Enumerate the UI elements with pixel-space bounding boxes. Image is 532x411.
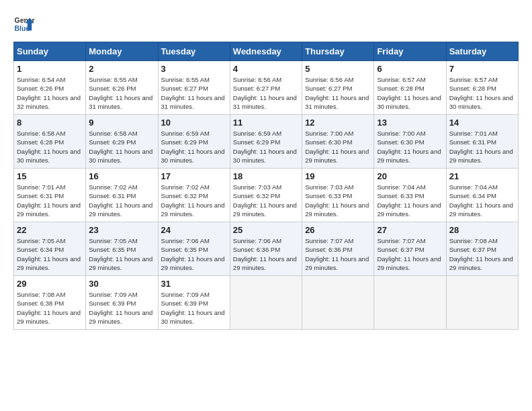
calendar-cell: 2Sunrise: 6:55 AMSunset: 6:26 PMDaylight… — [86, 61, 158, 115]
day-number: 24 — [161, 225, 227, 235]
calendar-cell: 11Sunrise: 6:59 AMSunset: 6:29 PMDayligh… — [230, 115, 302, 169]
day-number: 16 — [89, 171, 154, 181]
day-number: 3 — [161, 64, 227, 74]
calendar-cell: 24Sunrise: 7:06 AMSunset: 6:35 PMDayligh… — [158, 222, 230, 276]
cell-content: Sunrise: 7:04 AMSunset: 6:33 PMDaylight:… — [377, 183, 443, 218]
day-number: 8 — [17, 118, 83, 128]
calendar-cell: 7Sunrise: 6:57 AMSunset: 6:28 PMDaylight… — [446, 61, 518, 115]
calendar-cell: 29Sunrise: 7:08 AMSunset: 6:38 PMDayligh… — [14, 276, 86, 330]
day-number: 10 — [161, 118, 227, 128]
calendar-week-row: 8Sunrise: 6:58 AMSunset: 6:28 PMDaylight… — [14, 115, 519, 169]
calendar-cell: 15Sunrise: 7:01 AMSunset: 6:31 PMDayligh… — [14, 169, 86, 222]
day-number: 31 — [161, 279, 227, 289]
calendar-cell: 17Sunrise: 7:02 AMSunset: 6:32 PMDayligh… — [158, 169, 230, 222]
cell-content: Sunrise: 6:58 AMSunset: 6:29 PMDaylight:… — [89, 129, 154, 165]
day-of-week-tuesday: Tuesday — [158, 42, 230, 61]
day-number: 18 — [233, 171, 299, 181]
cell-content: Sunrise: 6:56 AMSunset: 6:27 PMDaylight:… — [233, 75, 299, 111]
cell-content: Sunrise: 6:57 AMSunset: 6:28 PMDaylight:… — [449, 75, 515, 111]
day-of-week-friday: Friday — [374, 42, 446, 61]
cell-content: Sunrise: 6:55 AMSunset: 6:27 PMDaylight:… — [161, 75, 227, 111]
day-number: 7 — [449, 64, 515, 74]
day-number: 22 — [17, 225, 83, 235]
day-number: 4 — [233, 64, 299, 74]
calendar-cell: 30Sunrise: 7:09 AMSunset: 6:39 PMDayligh… — [86, 276, 158, 330]
day-number: 5 — [305, 64, 371, 74]
day-number: 29 — [17, 279, 83, 289]
day-number: 21 — [449, 171, 515, 181]
calendar-cell: 20Sunrise: 7:04 AMSunset: 6:33 PMDayligh… — [374, 169, 446, 222]
calendar-cell: 23Sunrise: 7:05 AMSunset: 6:35 PMDayligh… — [86, 222, 158, 276]
calendar-cell: 5Sunrise: 6:56 AMSunset: 6:27 PMDaylight… — [302, 61, 374, 115]
cell-content: Sunrise: 6:55 AMSunset: 6:26 PMDaylight:… — [89, 75, 154, 111]
cell-content: Sunrise: 7:01 AMSunset: 6:31 PMDaylight:… — [17, 183, 83, 218]
cell-content: Sunrise: 7:05 AMSunset: 6:34 PMDaylight:… — [17, 236, 83, 272]
calendar-week-row: 15Sunrise: 7:01 AMSunset: 6:31 PMDayligh… — [14, 169, 519, 222]
cell-content: Sunrise: 7:03 AMSunset: 6:32 PMDaylight:… — [233, 183, 299, 218]
calendar-week-row: 22Sunrise: 7:05 AMSunset: 6:34 PMDayligh… — [14, 222, 519, 276]
logo: General Blue — [13, 13, 35, 35]
calendar-cell: 19Sunrise: 7:03 AMSunset: 6:33 PMDayligh… — [302, 169, 374, 222]
calendar-cell: 18Sunrise: 7:03 AMSunset: 6:32 PMDayligh… — [230, 169, 302, 222]
day-number: 15 — [17, 171, 83, 181]
day-number: 1 — [17, 64, 83, 74]
day-of-week-monday: Monday — [86, 42, 158, 61]
cell-content: Sunrise: 6:57 AMSunset: 6:28 PMDaylight:… — [377, 75, 443, 111]
calendar-cell: 9Sunrise: 6:58 AMSunset: 6:29 PMDaylight… — [86, 115, 158, 169]
day-of-week-sunday: Sunday — [14, 42, 86, 61]
day-number: 23 — [89, 225, 154, 235]
calendar-cell: 26Sunrise: 7:07 AMSunset: 6:36 PMDayligh… — [302, 222, 374, 276]
calendar-cell: 13Sunrise: 7:00 AMSunset: 6:30 PMDayligh… — [374, 115, 446, 169]
cell-content: Sunrise: 6:59 AMSunset: 6:29 PMDaylight:… — [161, 129, 227, 165]
calendar-cell: 3Sunrise: 6:55 AMSunset: 6:27 PMDaylight… — [158, 61, 230, 115]
day-number: 11 — [233, 118, 299, 128]
day-number: 26 — [305, 225, 371, 235]
day-number: 17 — [161, 171, 227, 181]
cell-content: Sunrise: 7:00 AMSunset: 6:30 PMDaylight:… — [305, 129, 371, 165]
page-header: General Blue — [13, 13, 519, 35]
day-number: 9 — [89, 118, 154, 128]
cell-content: Sunrise: 6:58 AMSunset: 6:28 PMDaylight:… — [17, 129, 83, 165]
calendar-table: SundayMondayTuesdayWednesdayThursdayFrid… — [13, 42, 519, 330]
calendar-cell: 25Sunrise: 7:06 AMSunset: 6:36 PMDayligh… — [230, 222, 302, 276]
calendar-cell: 8Sunrise: 6:58 AMSunset: 6:28 PMDaylight… — [14, 115, 86, 169]
day-number: 12 — [305, 118, 371, 128]
cell-content: Sunrise: 7:01 AMSunset: 6:31 PMDaylight:… — [449, 129, 515, 165]
day-number: 2 — [89, 64, 154, 74]
day-number: 14 — [449, 118, 515, 128]
cell-content: Sunrise: 7:05 AMSunset: 6:35 PMDaylight:… — [89, 236, 154, 272]
cell-content: Sunrise: 7:07 AMSunset: 6:37 PMDaylight:… — [377, 236, 443, 272]
cell-content: Sunrise: 7:08 AMSunset: 6:37 PMDaylight:… — [449, 236, 515, 272]
calendar-cell — [446, 276, 518, 330]
calendar-cell: 31Sunrise: 7:09 AMSunset: 6:39 PMDayligh… — [158, 276, 230, 330]
day-of-week-wednesday: Wednesday — [230, 42, 302, 61]
calendar-cell: 28Sunrise: 7:08 AMSunset: 6:37 PMDayligh… — [446, 222, 518, 276]
calendar-cell: 16Sunrise: 7:02 AMSunset: 6:31 PMDayligh… — [86, 169, 158, 222]
calendar-cell: 21Sunrise: 7:04 AMSunset: 6:34 PMDayligh… — [446, 169, 518, 222]
cell-content: Sunrise: 6:56 AMSunset: 6:27 PMDaylight:… — [305, 75, 371, 111]
calendar-cell — [230, 276, 302, 330]
day-number: 6 — [377, 64, 443, 74]
cell-content: Sunrise: 7:08 AMSunset: 6:38 PMDaylight:… — [17, 290, 83, 326]
cell-content: Sunrise: 7:03 AMSunset: 6:33 PMDaylight:… — [305, 183, 371, 218]
cell-content: Sunrise: 6:54 AMSunset: 6:26 PMDaylight:… — [17, 75, 83, 111]
day-of-week-saturday: Saturday — [446, 42, 518, 61]
calendar-week-row: 29Sunrise: 7:08 AMSunset: 6:38 PMDayligh… — [14, 276, 519, 330]
day-number: 13 — [377, 118, 443, 128]
cell-content: Sunrise: 7:09 AMSunset: 6:39 PMDaylight:… — [89, 290, 154, 326]
day-number: 28 — [449, 225, 515, 235]
calendar-cell: 6Sunrise: 6:57 AMSunset: 6:28 PMDaylight… — [374, 61, 446, 115]
logo-icon: General Blue — [13, 13, 35, 35]
day-number: 30 — [89, 279, 154, 289]
calendar-cell: 27Sunrise: 7:07 AMSunset: 6:37 PMDayligh… — [374, 222, 446, 276]
calendar-cell: 10Sunrise: 6:59 AMSunset: 6:29 PMDayligh… — [158, 115, 230, 169]
cell-content: Sunrise: 7:04 AMSunset: 6:34 PMDaylight:… — [449, 183, 515, 218]
day-number: 19 — [305, 171, 371, 181]
cell-content: Sunrise: 7:09 AMSunset: 6:39 PMDaylight:… — [161, 290, 227, 326]
calendar-cell: 12Sunrise: 7:00 AMSunset: 6:30 PMDayligh… — [302, 115, 374, 169]
cell-content: Sunrise: 7:07 AMSunset: 6:36 PMDaylight:… — [305, 236, 371, 272]
cell-content: Sunrise: 7:00 AMSunset: 6:30 PMDaylight:… — [377, 129, 443, 165]
cell-content: Sunrise: 7:06 AMSunset: 6:36 PMDaylight:… — [233, 236, 299, 272]
calendar-cell: 22Sunrise: 7:05 AMSunset: 6:34 PMDayligh… — [14, 222, 86, 276]
cell-content: Sunrise: 6:59 AMSunset: 6:29 PMDaylight:… — [233, 129, 299, 165]
